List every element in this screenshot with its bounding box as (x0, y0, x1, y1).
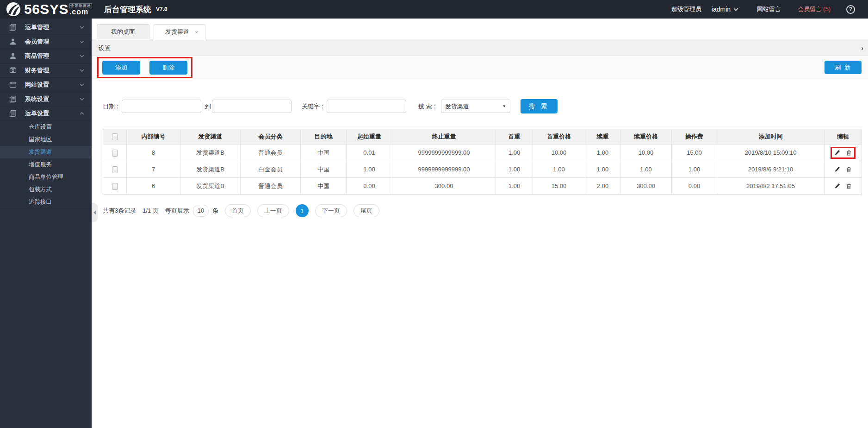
table-cell: 中国 (301, 145, 347, 161)
col-header: 终止重量 (392, 129, 496, 145)
sidebar-subitem[interactable]: 仓库设置 (0, 121, 92, 133)
channel-table-wrap: 内部编号 发货渠道 会员分类 目的地 起始重量 终止重量 首重 首重价格 续重 … (103, 129, 862, 195)
member-messages-label: 会员留言 (798, 6, 822, 13)
col-header: 首重价格 (533, 129, 585, 145)
user-icon (9, 38, 17, 45)
delete-trash-icon[interactable] (846, 166, 852, 173)
edit-pencil-icon[interactable] (834, 166, 840, 172)
tab-shipping-channel[interactable]: 发货渠道 × (154, 24, 205, 39)
refresh-button[interactable]: 刷 新 (825, 61, 862, 74)
table-cell: 9999999999999.00 (392, 161, 496, 178)
pagination: 共有3条记录 1/1 页 每页展示 10 条 首页 上一页 1 下一页 尾页 (103, 204, 868, 217)
edit-pencil-icon[interactable] (834, 150, 840, 156)
sidebar-item-website-settings[interactable]: 网站设置 (0, 78, 92, 92)
sidebar: 运单管理 会员管理 商品管理 财务管理 网站设置 系统设置 运单设置 仓库设置国… (0, 19, 92, 428)
table-cell: 1.00 (496, 145, 533, 161)
sidebar-subitem[interactable]: 发货渠道 (0, 146, 92, 158)
table-cell: 0.00 (347, 178, 392, 195)
username: iadmin (712, 6, 731, 13)
page-info: 1/1 页 (143, 207, 159, 215)
app-title: 后台管理系统 (104, 4, 151, 15)
prev-page-button[interactable]: 上一页 (257, 204, 289, 217)
search-button[interactable]: 搜 索 (521, 99, 558, 113)
row-checkbox[interactable] (112, 166, 118, 173)
sidebar-item-label: 商品管理 (25, 52, 80, 60)
search-type-select[interactable]: 发货渠道 ▼ (441, 100, 510, 113)
close-icon[interactable]: × (195, 29, 198, 36)
panel-title: 设置 (99, 44, 111, 52)
sidebar-item-finance-management[interactable]: 财务管理 (0, 63, 92, 78)
delete-trash-icon[interactable] (846, 183, 852, 189)
delete-trash-icon[interactable] (846, 150, 852, 156)
table-cell: 2019/8/6 9:21:10 (717, 161, 825, 178)
table-cell: 10.00 (533, 145, 585, 161)
sidebar-item-waybill-settings[interactable]: 运单设置 (0, 107, 92, 121)
red-annotation-box (831, 147, 856, 159)
sidebar-subitem[interactable]: 国家地区 (0, 133, 92, 146)
sidebar-collapse-handle[interactable] (92, 203, 98, 222)
tab-bar: 我的桌面 发货渠道 × (92, 19, 868, 39)
next-page-button[interactable]: 下一页 (315, 204, 347, 217)
unit-label: 条 (212, 207, 218, 215)
chevron-right-icon[interactable]: › (861, 44, 863, 52)
col-header: 内部编号 (127, 129, 180, 145)
site-messages-link[interactable]: 网站留言 (757, 5, 781, 13)
user-icon (9, 52, 17, 60)
col-header: 会员分类 (241, 129, 301, 145)
tab-my-desktop[interactable]: 我的桌面 (97, 24, 149, 39)
keyword-input[interactable] (327, 100, 406, 113)
browser-window-icon (9, 81, 17, 88)
col-header: 编辑 (825, 129, 862, 145)
topbar: 56SYS 全景物流通 .com 后台管理系统 V7.0 超级管理员 iadmi… (0, 0, 868, 19)
per-page-label: 每页展示 (165, 207, 189, 215)
logo[interactable]: 56SYS 全景物流通 .com (0, 1, 92, 17)
sidebar-subitem[interactable]: 包装方式 (0, 183, 92, 196)
table-cell: 2019/8/2 17:51:05 (717, 178, 825, 195)
col-header: 续重 (585, 129, 620, 145)
member-messages-link[interactable]: 会员留言(5) (798, 5, 831, 13)
date-label: 日期： (103, 102, 121, 111)
delete-button[interactable]: 删除 (149, 61, 187, 75)
date-to-input[interactable] (212, 100, 291, 113)
user-menu[interactable]: iadmin (712, 6, 738, 13)
current-page-button[interactable]: 1 (296, 204, 309, 217)
record-summary: 共有3条记录 (103, 207, 136, 215)
panel-header: 设置 › (92, 40, 868, 56)
edit-pencil-icon[interactable] (834, 183, 840, 189)
table-cell: 6 (127, 178, 180, 195)
help-icon[interactable]: ? (846, 5, 855, 14)
row-checkbox[interactable] (112, 150, 118, 157)
table-cell: 0.01 (347, 145, 392, 161)
table-cell: 1.00 (533, 161, 585, 178)
table-cell: 10.00 (620, 145, 672, 161)
sidebar-item-system-settings[interactable]: 系统设置 (0, 92, 92, 107)
select-all-checkbox[interactable] (112, 133, 118, 140)
table-cell: 发货渠道B (180, 145, 241, 161)
date-from-input[interactable] (122, 100, 201, 113)
row-checkbox[interactable] (112, 183, 118, 190)
table-cell: 1.00 (585, 145, 620, 161)
sidebar-subitem[interactable]: 追踪接口 (0, 196, 92, 208)
sidebar-subitem[interactable]: 商品单位管理 (0, 171, 92, 183)
last-page-button[interactable]: 尾页 (353, 204, 379, 217)
table-cell: 300.00 (620, 178, 672, 195)
table-cell: 8 (127, 145, 180, 161)
sidebar-subitem[interactable]: 增值服务 (0, 158, 92, 171)
col-header: 发货渠道 (180, 129, 241, 145)
member-messages-count: (5) (823, 6, 831, 13)
table-cell: 300.00 (392, 178, 496, 195)
red-annotation-box: 添加 删除 (97, 57, 192, 78)
sidebar-item-label: 会员管理 (25, 38, 80, 46)
tab-label: 发货渠道 (165, 28, 189, 36)
per-page-input[interactable]: 10 (193, 205, 209, 217)
logo-swoosh-icon (6, 1, 21, 17)
first-page-button[interactable]: 首页 (225, 204, 251, 217)
collapse-left-arrow-icon (93, 210, 96, 215)
sidebar-item-product-management[interactable]: 商品管理 (0, 49, 92, 63)
add-button[interactable]: 添加 (102, 61, 140, 75)
table-body: 8发货渠道B普通会员中国0.019999999999999.001.0010.0… (103, 145, 862, 195)
sidebar-item-member-management[interactable]: 会员管理 (0, 35, 92, 49)
edit-cell (825, 161, 862, 178)
tab-label: 我的桌面 (111, 28, 135, 36)
sidebar-item-waybill-management[interactable]: 运单管理 (0, 20, 92, 35)
